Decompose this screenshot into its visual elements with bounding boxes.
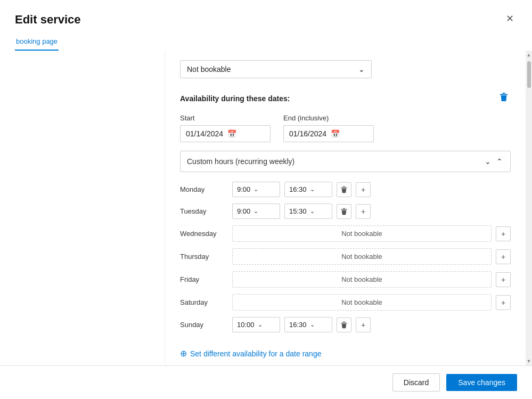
calendar-icon: 📅: [227, 129, 236, 138]
set-availability-label: Set different availability for a date ra…: [190, 349, 321, 358]
start-time-dropdown-tuesday[interactable]: 9:00⌄: [232, 203, 280, 219]
delete-time-button-tuesday[interactable]: [337, 204, 351, 219]
day-row: FridayNot bookable+: [180, 268, 511, 291]
add-time-button-thursday[interactable]: +: [496, 249, 511, 264]
chevron-down-button[interactable]: ⌄: [484, 156, 492, 167]
day-label-friday: Friday: [180, 275, 228, 283]
svg-rect-0: [502, 93, 505, 94]
start-date-value: 01/14/2024: [186, 129, 223, 138]
days-table: Monday9:00⌄16:30⌄+Tuesday9:00⌄15:30⌄+Wed…: [180, 178, 511, 336]
day-row: SaturdayNot bookable+: [180, 291, 511, 314]
add-time-button-sunday[interactable]: +: [356, 317, 371, 332]
day-row: Tuesday9:00⌄15:30⌄+: [180, 200, 511, 222]
add-time-button-friday[interactable]: +: [496, 272, 511, 287]
not-bookable-dropdown[interactable]: Not bookable ⌄: [180, 60, 372, 78]
not-bookable-cell-wednesday: Not bookable: [232, 225, 492, 242]
left-sidebar: [0, 51, 165, 365]
modal-header: Edit service ✕: [0, 0, 532, 27]
day-row: ThursdayNot bookable+: [180, 245, 511, 268]
chevron-down-icon: ⌄: [310, 321, 315, 328]
end-time-value: 16:30: [289, 321, 307, 329]
delete-time-button-monday[interactable]: [337, 182, 351, 197]
add-time-button-wednesday[interactable]: +: [496, 226, 511, 241]
day-label-wednesday: Wednesday: [180, 230, 228, 238]
day-label-thursday: Thursday: [180, 253, 228, 260]
save-changes-button[interactable]: Save changes: [446, 374, 517, 391]
tabs-bar: booking page: [0, 29, 532, 51]
scroll-thumb-container: [526, 59, 532, 357]
not-bookable-cell-saturday: Not bookable: [232, 294, 492, 311]
start-date-field: Start 01/14/2024 📅: [180, 114, 271, 142]
scroll-up-button[interactable]: ▲: [526, 51, 532, 59]
end-time-value: 15:30: [289, 207, 307, 215]
plus-circle-icon: ⊕: [180, 348, 187, 359]
availability-section: Availability during these dates: Start: [180, 91, 511, 359]
chevron-down-icon: ⌄: [310, 186, 315, 193]
start-time-value: 9:00: [237, 207, 250, 215]
not-bookable-label: Not bookable: [187, 65, 231, 74]
start-time-value: 10:00: [237, 321, 255, 329]
chevrons: ⌄ ⌃: [484, 156, 504, 167]
svg-rect-5: [341, 209, 347, 210]
custom-hours-bar[interactable]: Custom hours (recurring weekly) ⌄ ⌃: [180, 151, 511, 172]
day-label-sunday: Sunday: [180, 321, 228, 329]
chevron-down-icon: ⌄: [253, 186, 258, 193]
discard-button[interactable]: Discard: [392, 373, 440, 392]
chevron-down-icon: ⌄: [310, 208, 315, 215]
not-bookable-cell-thursday: Not bookable: [232, 248, 492, 265]
day-row: Sunday10:00⌄16:30⌄+: [180, 314, 511, 336]
main-content: Not bookable ⌄ Availability during these…: [165, 51, 526, 365]
end-label: End (inclusive): [283, 114, 374, 122]
day-label-tuesday: Tuesday: [180, 207, 228, 215]
close-button[interactable]: ✕: [503, 13, 517, 25]
delete-availability-button[interactable]: [497, 91, 511, 105]
chevron-down-icon: ⌄: [358, 65, 365, 74]
modal-body: Not bookable ⌄ Availability during these…: [0, 51, 532, 365]
scroll-thumb[interactable]: [527, 61, 531, 88]
add-time-button-saturday[interactable]: +: [496, 295, 511, 310]
start-time-dropdown-sunday[interactable]: 10:00⌄: [232, 317, 280, 332]
day-row: WednesdayNot bookable+: [180, 222, 511, 245]
availability-header: Availability during these dates:: [180, 91, 511, 105]
start-time-dropdown-monday[interactable]: 9:00⌄: [232, 182, 280, 197]
modal-title: Edit service: [15, 13, 81, 27]
end-time-value: 16:30: [289, 185, 307, 193]
start-date-input[interactable]: 01/14/2024 📅: [180, 125, 271, 142]
date-row: Start 01/14/2024 📅 End (inclusive) 01/16…: [180, 114, 511, 142]
svg-rect-6: [343, 322, 345, 322]
add-time-button-tuesday[interactable]: +: [356, 204, 371, 219]
chevron-down-icon: ⌄: [258, 321, 263, 328]
chevron-up-button[interactable]: ⌃: [495, 156, 504, 167]
start-label: Start: [180, 114, 271, 122]
day-row: Monday9:00⌄16:30⌄+: [180, 178, 511, 200]
not-bookable-cell-friday: Not bookable: [232, 271, 492, 288]
day-label-saturday: Saturday: [180, 298, 228, 306]
edit-service-modal: Edit service ✕ booking page Not bookable…: [0, 0, 532, 399]
end-date-value: 01/16/2024: [289, 129, 326, 138]
calendar-icon-end: 📅: [331, 129, 340, 138]
start-time-value: 9:00: [237, 185, 250, 193]
end-time-dropdown-tuesday[interactable]: 15:30⌄: [284, 203, 332, 219]
scrollbar: ▲ ▼: [526, 51, 532, 365]
add-time-button-monday[interactable]: +: [356, 182, 371, 197]
end-time-dropdown-monday[interactable]: 16:30⌄: [284, 182, 332, 197]
svg-rect-4: [343, 208, 345, 209]
end-date-input[interactable]: 01/16/2024 📅: [283, 125, 374, 142]
scroll-down-button[interactable]: ▼: [526, 357, 532, 365]
svg-rect-7: [341, 323, 347, 323]
chevron-down-icon: ⌄: [253, 208, 258, 215]
day-label-monday: Monday: [180, 185, 228, 193]
set-availability-link[interactable]: ⊕ Set different availability for a date …: [180, 348, 511, 359]
availability-title: Availability during these dates:: [180, 94, 290, 103]
svg-rect-2: [343, 186, 345, 187]
delete-time-button-sunday[interactable]: [337, 317, 351, 332]
tab-booking-page[interactable]: booking page: [15, 33, 59, 51]
custom-hours-label: Custom hours (recurring weekly): [187, 157, 294, 166]
modal-footer: Discard Save changes: [0, 365, 532, 399]
end-time-dropdown-sunday[interactable]: 16:30⌄: [284, 317, 332, 332]
svg-rect-3: [341, 188, 347, 188]
end-date-field: End (inclusive) 01/16/2024 📅: [283, 114, 374, 142]
svg-rect-1: [500, 94, 508, 95]
not-bookable-section: Not bookable ⌄: [180, 60, 511, 78]
